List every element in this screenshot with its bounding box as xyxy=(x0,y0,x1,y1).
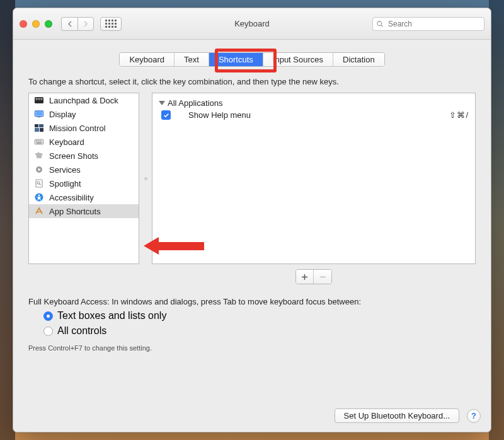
tab-keyboard[interactable]: Keyboard xyxy=(120,53,175,66)
svg-line-22 xyxy=(40,184,41,185)
category-label: Services xyxy=(49,165,81,175)
svg-point-19 xyxy=(38,168,40,171)
checkmark-icon xyxy=(163,112,169,119)
add-button[interactable] xyxy=(296,270,314,284)
svg-rect-3 xyxy=(36,98,38,100)
category-keyboard[interactable]: Keyboard xyxy=(29,135,139,149)
category-launchpad-dock[interactable]: Launchpad & Dock xyxy=(29,93,139,107)
svg-rect-16 xyxy=(40,141,41,141)
show-all-prefs-button[interactable] xyxy=(100,17,122,31)
svg-rect-13 xyxy=(35,139,43,144)
checkbox[interactable] xyxy=(161,110,171,120)
shortcut-label: Show Help menu xyxy=(177,110,251,120)
svg-rect-8 xyxy=(38,117,41,118)
radio-label: Text boxes and lists only xyxy=(57,310,166,321)
add-remove-group xyxy=(28,269,476,284)
category-app-shortcuts[interactable]: App Shortcuts xyxy=(29,204,139,218)
svg-rect-10 xyxy=(39,124,43,127)
group-label: All Applications xyxy=(168,98,222,108)
category-screen-shots[interactable]: Screen Shots xyxy=(29,149,139,163)
svg-rect-9 xyxy=(35,124,38,127)
mission-control-icon xyxy=(34,123,44,133)
launchpad-icon xyxy=(34,95,44,105)
category-label: Keyboard xyxy=(49,137,84,147)
category-accessibility[interactable]: Accessibility xyxy=(29,190,139,204)
svg-rect-20 xyxy=(36,180,42,187)
window-footer: Set Up Bluetooth Keyboard... ? xyxy=(13,401,491,432)
grid-icon xyxy=(105,20,117,28)
minimize-window-button[interactable] xyxy=(32,20,40,28)
accessibility-icon xyxy=(34,192,44,202)
remove-button[interactable] xyxy=(314,270,331,284)
category-services[interactable]: Services xyxy=(29,163,139,177)
category-list[interactable]: Launchpad & Dock Display Mission Control… xyxy=(28,93,139,264)
tab-dictation[interactable]: Dictation xyxy=(333,53,384,66)
chevron-left-icon xyxy=(67,21,72,27)
category-label: Launchpad & Dock xyxy=(49,96,118,105)
svg-point-21 xyxy=(37,182,40,184)
fka-option-text-lists[interactable]: Text boxes and lists only xyxy=(43,310,476,321)
preferences-window: Keyboard Keyboard Text Shortcuts Input S… xyxy=(13,8,491,432)
radio-button[interactable] xyxy=(43,311,53,321)
gear-icon xyxy=(34,165,44,175)
svg-rect-11 xyxy=(35,128,39,132)
app-shortcuts-icon xyxy=(34,206,44,216)
shortcut-key[interactable]: ⇧⌘/ xyxy=(449,110,469,120)
full-keyboard-access-heading: Full Keyboard Access: In windows and dia… xyxy=(28,297,476,306)
pane-resize-handle[interactable] xyxy=(144,177,147,180)
shortcut-row[interactable]: Show Help menu ⇧⌘/ xyxy=(159,109,469,121)
category-label: Display xyxy=(49,110,76,119)
svg-rect-15 xyxy=(38,141,39,141)
close-window-button[interactable] xyxy=(20,20,27,28)
category-display[interactable]: Display xyxy=(29,107,139,121)
svg-rect-14 xyxy=(36,141,37,141)
disclosure-triangle-icon[interactable] xyxy=(159,101,165,105)
search-input[interactable] xyxy=(372,17,484,31)
minus-icon xyxy=(319,274,326,281)
svg-rect-12 xyxy=(40,128,43,132)
body-content: To change a shortcut, select it, click t… xyxy=(13,77,491,401)
category-spotlight[interactable]: Spotlight xyxy=(29,177,139,190)
keyboard-icon xyxy=(34,137,44,147)
fka-hint: Press Control+F7 to change this setting. xyxy=(28,344,476,352)
category-label: Mission Control xyxy=(49,124,106,133)
svg-point-0 xyxy=(377,21,382,25)
display-icon xyxy=(34,109,44,119)
window-controls xyxy=(20,20,52,28)
back-button[interactable] xyxy=(61,17,77,31)
radio-button[interactable] xyxy=(43,327,53,336)
group-all-applications[interactable]: All Applications xyxy=(159,97,469,109)
instruction-text: To change a shortcut, select it, click t… xyxy=(28,77,476,86)
category-label: Accessibility xyxy=(49,193,94,202)
window-toolbar: Keyboard xyxy=(13,8,491,40)
annotation-highlight xyxy=(215,49,277,72)
svg-point-24 xyxy=(38,194,40,196)
tab-bar: Keyboard Text Shortcuts Input Sources Di… xyxy=(13,40,491,77)
category-mission-control[interactable]: Mission Control xyxy=(29,121,139,135)
svg-rect-17 xyxy=(37,142,42,144)
help-button[interactable]: ? xyxy=(467,409,481,423)
shortcut-detail-list[interactable]: All Applications Show Help menu ⇧⌘/ xyxy=(152,93,476,264)
search-field-wrap xyxy=(372,17,484,31)
zoom-window-button[interactable] xyxy=(45,20,52,28)
category-label: App Shortcuts xyxy=(49,207,101,216)
screenshots-icon xyxy=(34,151,44,161)
plus-icon xyxy=(301,274,308,281)
spotlight-icon xyxy=(34,178,44,188)
tab-text[interactable]: Text xyxy=(175,53,209,66)
chevron-right-icon xyxy=(83,21,88,27)
svg-rect-5 xyxy=(41,98,43,100)
svg-line-1 xyxy=(381,25,383,26)
svg-rect-4 xyxy=(38,98,40,100)
forward-button[interactable] xyxy=(77,17,94,31)
radio-label: All controls xyxy=(57,325,106,337)
svg-rect-7 xyxy=(36,112,43,115)
fka-option-all-controls[interactable]: All controls xyxy=(43,325,476,337)
bluetooth-keyboard-button[interactable]: Set Up Bluetooth Keyboard... xyxy=(335,408,459,423)
search-icon xyxy=(376,20,384,28)
nav-back-forward xyxy=(61,17,94,31)
category-label: Spotlight xyxy=(49,179,81,188)
category-label: Screen Shots xyxy=(49,151,98,161)
